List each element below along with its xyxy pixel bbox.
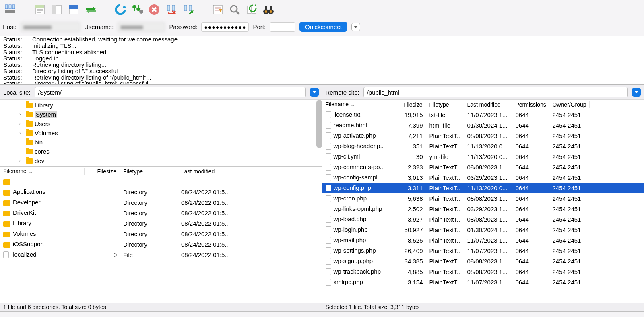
quickconnect-history-dropdown[interactable] — [351, 23, 360, 31]
toggle-remote-icon[interactable] — [67, 3, 80, 16]
tree-item-label: Volumes — [35, 130, 58, 136]
toggle-log-icon[interactable] — [33, 3, 47, 16]
remote-footer: Selected 1 file. Total size: 3,311 bytes — [322, 303, 644, 311]
host-input[interactable] — [21, 22, 80, 32]
scrollbar[interactable] — [316, 100, 322, 148]
col-filetype[interactable]: Filetype — [120, 168, 178, 175]
remote-list-header[interactable]: Filename︿ Filesize Filetype Last modifie… — [322, 100, 644, 109]
expand-icon[interactable]: › — [19, 131, 24, 135]
col-filesize[interactable]: Filesize — [393, 101, 426, 108]
tree-item[interactable]: bin — [3, 138, 319, 147]
username-input[interactable] — [118, 22, 165, 32]
quickconnect-button[interactable]: Quickconnect — [299, 22, 347, 32]
reconnect-icon[interactable] — [181, 3, 195, 16]
list-row[interactable]: VolumesDirectory08/24/2022 01:5.. — [0, 228, 322, 239]
process-queue-icon[interactable] — [130, 3, 144, 16]
tree-item[interactable]: › System — [3, 110, 319, 119]
port-input[interactable] — [270, 22, 295, 32]
list-row[interactable]: ApplicationsDirectory08/24/2022 01:5.. — [0, 187, 322, 197]
local-file-list[interactable]: ..ApplicationsDirectory08/24/2022 01:5..… — [0, 176, 322, 303]
list-row[interactable]: DeveloperDirectory08/24/2022 01:5.. — [0, 197, 322, 208]
compare-icon[interactable] — [245, 3, 258, 16]
list-row[interactable]: wp-links-opml.php2,502PlainTextT..03/29/… — [322, 204, 644, 214]
list-row[interactable]: readme.html7,399html-file01/30/2024 1...… — [322, 120, 644, 130]
col-owner[interactable]: Owner/Group — [549, 101, 590, 108]
cell-type: html-file — [426, 122, 464, 129]
cell-size: 2,323 — [393, 164, 426, 171]
remote-file-list[interactable]: license.txt19,915txt-file11/07/2023 1...… — [322, 109, 644, 303]
list-row[interactable]: wp-config.php3,311PlainTextT..11/13/2020… — [322, 183, 644, 193]
list-row[interactable]: wp-mail.php8,525PlainTextT..11/07/2023 1… — [322, 235, 644, 245]
col-filetype[interactable]: Filetype — [426, 101, 464, 108]
list-row[interactable]: LibraryDirectory08/24/2022 01:5.. — [0, 218, 322, 228]
svg-rect-1 — [9, 5, 11, 9]
cell-perm: 0644 — [512, 185, 549, 191]
remote-path-dropdown[interactable] — [632, 88, 641, 97]
col-filename: Filename︿ — [322, 101, 393, 108]
cell-size: 3,311 — [393, 185, 426, 191]
col-permissions[interactable]: Permissions — [512, 101, 549, 108]
list-row[interactable]: license.txt19,915txt-file11/07/2023 1...… — [322, 109, 644, 120]
folder-icon — [26, 149, 33, 154]
tree-item[interactable]: etc — [3, 165, 319, 167]
cell-perm: 0644 — [512, 216, 549, 223]
disconnect-icon[interactable] — [164, 3, 178, 16]
list-row[interactable]: wp-cron.php5,638PlainTextT..08/08/2023 1… — [322, 193, 644, 204]
cell-mod: 08/08/2023 1... — [464, 195, 512, 202]
expand-icon[interactable]: › — [19, 112, 24, 117]
tree-item[interactable]: Library — [3, 101, 319, 110]
cell-perm: 0644 — [512, 153, 549, 160]
cell-mod: 08/24/2022 01:5.. — [178, 210, 237, 216]
list-row[interactable]: wp-activate.php7,211PlainTextT..08/08/20… — [322, 130, 644, 141]
binoculars-icon[interactable] — [262, 3, 275, 16]
list-row[interactable]: xmlrpc.php3,154PlainTextT..11/07/2023 1.… — [322, 277, 644, 287]
local-path-input[interactable] — [35, 87, 306, 97]
filter-icon[interactable] — [211, 3, 225, 16]
list-row[interactable]: wp-comments-po...2,323PlainTextT..08/08/… — [322, 162, 644, 172]
file-icon — [326, 132, 331, 139]
list-row[interactable]: wp-blog-header.p..351PlainTextT..11/13/2… — [322, 141, 644, 151]
cell-mod: 08/24/2022 01:5.. — [178, 241, 237, 248]
site-manager-icon[interactable] — [3, 3, 17, 16]
list-row[interactable]: iOSSupportDirectory08/24/2022 01:5.. — [0, 239, 322, 249]
cancel-icon[interactable] — [147, 3, 161, 16]
list-row[interactable]: wp-config-sampl...3,013PlainTextT..03/29… — [322, 172, 644, 183]
remote-path-input[interactable] — [363, 87, 628, 97]
cell-owner: 2454 2451 — [549, 195, 590, 202]
list-row[interactable]: wp-load.php3,927PlainTextT..08/08/2023 1… — [322, 214, 644, 224]
cell-mod: 08/24/2022 01:5.. — [178, 189, 237, 196]
file-icon — [326, 237, 331, 244]
expand-icon[interactable]: › — [19, 158, 24, 163]
col-filesize[interactable]: Filesize — [85, 168, 120, 175]
list-row[interactable]: wp-login.php50,927PlainTextT..01/30/2024… — [322, 224, 644, 235]
tree-item[interactable]: cores — [3, 147, 319, 156]
search-icon[interactable] — [228, 3, 242, 16]
col-lastmod[interactable]: Last modified — [178, 168, 237, 175]
refresh-icon[interactable] — [114, 3, 127, 16]
list-row[interactable]: wp-cli.yml30yml-file11/13/2020 0...06442… — [322, 151, 644, 162]
expand-icon[interactable]: › — [19, 121, 24, 126]
local-list-header[interactable]: Filename︿ Filesize Filetype Last modifie… — [0, 167, 322, 176]
tree-item[interactable]: › Users — [3, 119, 319, 128]
col-lastmod[interactable]: Last modified — [464, 101, 512, 108]
password-input[interactable] — [201, 22, 249, 32]
list-row[interactable]: wp-signup.php34,385PlainTextT..08/08/202… — [322, 256, 644, 266]
list-row[interactable]: wp-settings.php26,409PlainTextT..11/07/2… — [322, 245, 644, 256]
cell-perm: 0644 — [512, 206, 549, 212]
local-tree[interactable]: Library› System› Users› Volumes bin core… — [0, 100, 322, 167]
list-row[interactable]: DriverKitDirectory08/24/2022 01:5.. — [0, 208, 322, 218]
log-row: Status:TLS connection established. — [3, 49, 641, 56]
cell-name: wp-cron.php — [322, 195, 393, 202]
toggle-transfer-icon[interactable] — [84, 3, 97, 16]
local-path-dropdown[interactable] — [310, 88, 319, 97]
cell-name: wp-activate.php — [322, 132, 393, 140]
tree-item[interactable]: › Volumes — [3, 128, 319, 138]
cell-mod: 08/08/2023 1... — [464, 164, 512, 171]
cell-name: wp-comments-po... — [322, 163, 393, 171]
list-row[interactable]: .localized0File08/24/2022 01:5.. — [0, 249, 322, 260]
tree-item[interactable]: › dev — [3, 156, 319, 165]
cell-name: wp-cli.yml — [322, 153, 393, 161]
toggle-local-icon[interactable] — [50, 3, 64, 16]
list-row[interactable]: .. — [0, 176, 322, 187]
list-row[interactable]: wp-trackback.php4,885PlainTextT..08/08/2… — [322, 266, 644, 277]
